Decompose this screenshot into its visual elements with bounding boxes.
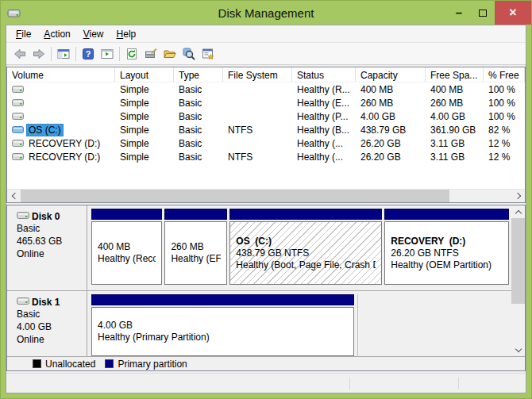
scroll-left-button[interactable] [7,190,21,202]
column-header-status[interactable]: Status [292,67,356,82]
cell-layout: Simple [115,96,174,109]
scroll-right-button[interactable] [511,190,525,202]
rescan-disks-button[interactable] [141,45,160,63]
volume-icon [12,112,24,121]
legend-label: Unallocated [45,359,95,370]
primary-partition-swatch [105,359,114,368]
close-button[interactable]: × [495,1,531,25]
chevron-down-icon [515,345,521,351]
column-header-file-system[interactable]: File System [223,67,292,82]
cell-pct-free: 100 % [484,96,525,109]
disk-1-label[interactable]: Disk 1 Basic 4.00 GB Online [7,291,87,356]
back-button[interactable] [10,45,29,63]
column-header-layout[interactable]: Layout [115,67,174,82]
maximize-icon [479,10,487,17]
graphical-view-panel: Disk 0 Basic 465.63 GB Online 400 MB [6,205,526,371]
horizontal-scrollbar-thumb[interactable] [21,190,449,202]
disk-size: 465.63 GB [17,235,85,247]
cell-file-system [223,82,292,96]
client-area: File Action View Help [6,25,526,393]
cell-status: Healthy (R... [292,82,356,96]
table-row[interactable]: RECOVERY (D:) Simple Basic Healthy (... … [7,136,525,150]
partition-status: Healthy (Boot, Page File, Crash Du [236,259,376,271]
cell-type: Basic [174,96,223,109]
partition-os-c[interactable]: OS (C:) 438.79 GB NTFS Healthy (Boot, Pa… [229,209,382,285]
chevron-left-icon [11,193,17,199]
cell-free-space: 4.00 GB [426,109,484,123]
column-header-pct-free[interactable]: % Free [484,67,525,82]
status-bar-separator [349,377,350,389]
table-row-selected[interactable]: OS (C:) Simple Basic NTFS Healthy (B... … [7,123,525,136]
window-controls: – × [447,1,531,25]
refresh-button[interactable] [122,45,141,63]
scroll-down-button[interactable] [511,343,525,356]
toolbar: ? [6,43,526,65]
forward-button[interactable] [29,45,48,63]
partition-status: Healthy (EFI S [171,253,221,265]
cell-type: Basic [174,123,223,136]
cell-type: Basic [174,109,223,123]
show-action-pane-button[interactable] [98,45,117,63]
cell-layout: Simple [115,82,174,96]
partition-size: 438.79 GB NTFS [236,247,376,259]
partition-size: 400 MB [98,241,156,253]
partition-recovery-d[interactable]: RECOVERY (D:) 26.20 GB NTFS Healthy (OEM… [384,209,509,285]
partition-4gb[interactable]: 4.00 GB Healthy (Primary Partition) [91,294,354,356]
cell-type: Basic [174,136,223,150]
cell-file-system: NTFS [223,123,292,136]
chevron-up-icon [515,209,521,216]
minimize-button[interactable]: – [447,1,471,25]
disk-rows: Disk 0 Basic 465.63 GB Online 400 MB [7,205,511,356]
find-button[interactable] [179,45,199,63]
primary-partition-bar [91,294,354,305]
refresh-icon [125,48,138,60]
disk-state: Online [17,247,85,260]
partition-efi-260mb[interactable]: 260 MB Healthy (EFI S [164,209,227,285]
maximize-button[interactable] [471,1,495,25]
column-header-free-space[interactable]: Free Spa... [426,67,484,82]
disk-1-partitions: 4.00 GB Healthy (Primary Partition) [87,291,511,356]
show-console-tree-button[interactable] [54,45,73,63]
column-header-type[interactable]: Type [174,67,223,82]
cell-capacity: 438.79 GB [356,123,426,136]
help-button[interactable]: ? [79,45,98,63]
cell-status: Healthy (P... [292,109,356,123]
cell-pct-free: 12 % [484,150,525,163]
scroll-up-button[interactable] [511,205,525,218]
back-icon [13,48,26,60]
horizontal-scrollbar-track[interactable] [449,190,511,202]
vertical-scrollbar [511,205,525,356]
cell-status: Healthy (B... [292,123,356,136]
cell-pct-free: 82 % [484,123,525,136]
cell-free-space: 400 MB [426,82,484,96]
table-row[interactable]: Simple Basic Healthy (P... 4.00 GB 4.00 … [7,109,525,123]
console-options-icon [202,48,214,60]
menu-view[interactable]: View [77,26,110,42]
menu-help[interactable]: Help [110,26,143,42]
cell-capacity: 4.00 GB [356,109,426,123]
volume-list-panel: Volume Layout Type File System Status Ca… [6,67,526,203]
table-row[interactable]: Simple Basic Healthy (R... 400 MB 400 MB… [7,82,525,96]
cell-pct-free: 12 % [484,136,525,150]
column-header-capacity[interactable]: Capacity [356,67,426,82]
cell-volume [7,96,115,109]
disk-0-label[interactable]: Disk 0 Basic 465.63 GB Online [7,205,87,290]
title-bar: Disk Management – × [1,1,531,25]
table-row[interactable]: Simple Basic Healthy (E... 260 MB 260 MB… [7,96,525,109]
menu-file[interactable]: File [10,26,37,42]
column-header-volume[interactable]: Volume [7,67,115,82]
console-options-button[interactable] [199,45,218,63]
cell-layout: Simple [115,123,174,136]
vertical-scrollbar-thumb[interactable] [511,218,525,304]
table-row[interactable]: RECOVERY (D:) Simple Basic NTFS Healthy … [7,150,525,163]
show-console-tree-icon [57,48,70,60]
app-icon [7,8,21,18]
menu-bar: File Action View Help [6,25,526,43]
partition-recovery-400mb[interactable]: 400 MB Healthy (Reco [91,209,162,285]
cell-type: Basic [174,150,223,163]
primary-partition-bar [164,209,227,220]
menu-action[interactable]: Action [37,26,76,42]
volume-icon [12,139,24,148]
open-button[interactable] [160,45,179,63]
volume-icon [12,85,24,94]
